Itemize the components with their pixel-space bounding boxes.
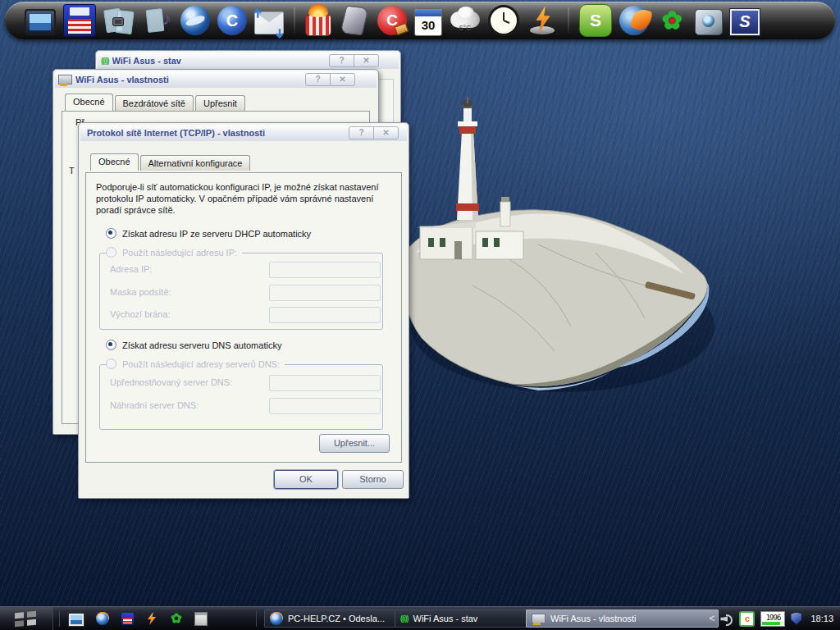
radio-dot — [106, 340, 116, 350]
preferred-dns-label: Upřednostňovaný server DNS: — [110, 377, 232, 387]
close-button[interactable]: ✕ — [373, 127, 398, 139]
tab-alternativni-konfigurace[interactable]: Alternativní konfigurace — [140, 155, 251, 171]
quicklaunch-notes[interactable] — [194, 611, 208, 626]
network-adapter-icon — [58, 75, 72, 84]
mail-sync-icon[interactable]: ➔➔ — [254, 11, 284, 34]
window-title: WiFi Asus - vlastnosti — [75, 75, 302, 84]
start-button[interactable] — [0, 607, 53, 630]
system-tray: < c 1996 18:13 — [709, 607, 840, 630]
static-ip-groupbox: Adresa IP: Maska podsítě: Výchozí brána: — [99, 253, 383, 330]
help-button[interactable]: ? — [330, 55, 354, 66]
desktop-preview-icon[interactable] — [25, 9, 56, 35]
tray-clock[interactable]: 18:13 — [807, 614, 837, 623]
calendar-icon[interactable]: 30 — [414, 8, 442, 36]
lighthouse — [417, 97, 523, 259]
window-tcpip-properties: Protokol sítě Internet (TCP/IP) - vlastn… — [78, 122, 409, 499]
task-wifi-vlastnosti[interactable]: WiFi Asus - vlastnosti — [526, 609, 719, 628]
meter-value: 1996 — [766, 614, 781, 622]
music-note-icon: ♪ — [162, 8, 171, 30]
top-dock: ♪ C ➔➔ C 30 6°C S ✿ S — [5, 2, 835, 39]
tab-obecne[interactable]: Obecné — [90, 153, 139, 171]
titlebar-wifi-properties[interactable]: WiFi Asus - vlastnosti ? ✕ — [55, 71, 377, 88]
radio-dot — [106, 228, 116, 239]
wifi-antenna-icon: ((i)) — [101, 57, 109, 65]
skype-icon[interactable]: S — [579, 4, 612, 37]
collapse-chevron-icon[interactable]: < — [709, 613, 714, 624]
preferred-dns-field — [269, 375, 381, 391]
calendar-day: 30 — [422, 18, 436, 32]
ip-address-label: Adresa IP: — [110, 264, 152, 274]
manual-dns-groupbox: Upřednostňovaný server DNS: Náhradní ser… — [99, 364, 383, 430]
tab-upresnit[interactable]: Upřesnit — [195, 95, 245, 111]
subnet-mask-label: Maska podsítě: — [110, 287, 171, 297]
windows-flag-icon — [15, 611, 36, 628]
google-earth-icon[interactable] — [180, 6, 210, 35]
subnet-mask-field — [269, 285, 381, 301]
dock-divider — [294, 7, 295, 34]
backup-floppy-icon[interactable] — [63, 4, 96, 37]
quicklaunch-firefox[interactable] — [95, 611, 110, 626]
weather-temp: 6°C — [450, 24, 481, 32]
alternate-dns-field — [269, 398, 381, 414]
nero-burning-icon[interactable] — [305, 15, 331, 36]
network-adapter-icon — [532, 614, 546, 623]
radio-static-ip: Použít následující adresu IP: — [106, 247, 242, 258]
radio-dns-auto[interactable]: Získat adresu serveru DNS automaticky — [106, 340, 286, 350]
music-player-icon[interactable]: ♪ — [142, 5, 173, 36]
wifi-antenna-icon: ((i)) — [400, 614, 409, 623]
dhcp-intro-text: Podporuje-li síť automatickou konfigurac… — [96, 181, 386, 216]
dock-divider — [568, 7, 569, 34]
window-title: WiFi Asus - stav — [112, 56, 326, 66]
task-wifi-stav[interactable]: ((i)) WiFi Asus - stav — [395, 609, 534, 628]
uses-label-fragment: T — [69, 166, 75, 176]
close-button[interactable]: ✕ — [354, 55, 378, 66]
network-meter[interactable]: 1996 — [760, 611, 785, 627]
lighthouse-island-image — [399, 80, 715, 397]
dvd-player-icon[interactable]: S — [730, 9, 760, 35]
radio-dot — [106, 358, 116, 369]
weather-icon[interactable]: 6°C — [450, 5, 481, 36]
shield-icon[interactable] — [791, 613, 801, 625]
icq-flower-icon[interactable]: ✿ — [656, 5, 687, 36]
task-pchelp-firefox[interactable]: PC-HELP.CZ • Odesla... — [264, 609, 400, 628]
help-button[interactable]: ? — [349, 127, 373, 139]
clock-widget-icon[interactable] — [488, 5, 519, 36]
meter-bar — [762, 622, 780, 625]
cd-app-tray-icon[interactable]: c — [739, 611, 755, 627]
quicklaunch-show-desktop[interactable] — [69, 611, 84, 626]
quicklaunch-backup[interactable] — [120, 611, 135, 626]
firefox-icon — [270, 612, 283, 625]
radio-dot — [106, 247, 116, 258]
ip-address-field — [269, 262, 381, 278]
winamp-icon[interactable] — [527, 5, 558, 36]
help-button[interactable]: ? — [306, 74, 330, 85]
titlebar-tcpip[interactable]: Protokol sítě Internet (TCP/IP) - vlastn… — [80, 125, 407, 141]
photo-viewer-icon[interactable] — [103, 5, 135, 36]
radio-dns-manual: Použít následující adresy serverů DNS: — [106, 358, 285, 369]
thunderbird-icon[interactable] — [619, 6, 649, 35]
quicklaunch-icq[interactable]: ✿ — [169, 611, 184, 626]
gateway-field — [269, 307, 381, 323]
titlebar-wifi-status[interactable]: ((i)) WiFi Asus - stav ? ✕ — [98, 52, 399, 69]
script-editor-icon[interactable] — [339, 5, 370, 36]
advanced-button[interactable]: Upřesnit... — [319, 434, 390, 453]
quicklaunch-winamp[interactable] — [144, 611, 159, 626]
radio-dhcp-auto[interactable]: Získat adresu IP ze serveru DHCP automat… — [106, 228, 316, 239]
webcam-icon[interactable] — [695, 9, 723, 35]
cancel-button[interactable]: Storno — [342, 470, 404, 489]
taskbar: ✿ PC-HELP.CZ • Odesla... ((i)) WiFi Asus… — [0, 606, 840, 630]
volume-icon[interactable] — [720, 613, 733, 624]
ccleaner-icon[interactable]: C — [377, 6, 407, 35]
copernic-icon[interactable]: C — [217, 6, 247, 35]
tab-obecne[interactable]: Obecné — [65, 94, 113, 111]
alternate-dns-label: Náhradní server DNS: — [110, 400, 199, 410]
tcpip-tab-page: Podporuje-li síť automatickou konfigurac… — [85, 172, 402, 463]
ok-button[interactable]: OK — [274, 470, 338, 489]
window-title: Protokol sítě Internet (TCP/IP) - vlastn… — [84, 128, 345, 138]
gateway-label: Výchozí brána: — [110, 309, 170, 319]
tab-bezdratove-site[interactable]: Bezdrátové sítě — [115, 95, 194, 111]
close-button[interactable]: ✕ — [330, 74, 354, 85]
